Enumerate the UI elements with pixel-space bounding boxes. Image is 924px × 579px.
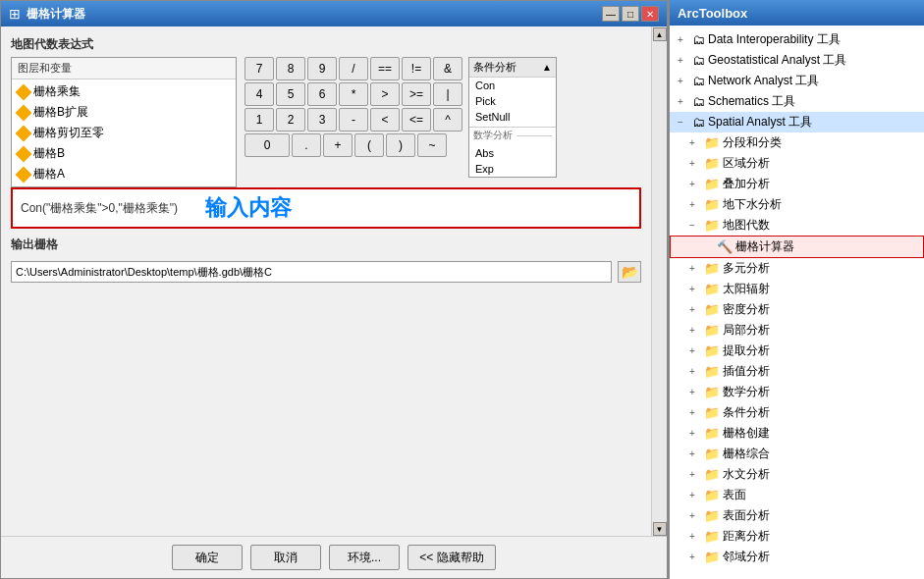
btn-div[interactable]: / <box>339 57 368 80</box>
btn-0[interactable]: 0 <box>245 133 290 157</box>
list-item[interactable]: 栅格B <box>14 143 234 164</box>
tree-item-raster-create[interactable]: + 📁 栅格创建 <box>670 423 924 444</box>
btn-and[interactable]: & <box>433 57 462 80</box>
list-item[interactable]: 栅格B扩展 <box>14 102 234 123</box>
btn-pow[interactable]: ^ <box>433 108 462 132</box>
tree-item-overlay[interactable]: + 📁 叠加分析 <box>670 174 924 194</box>
ok-button[interactable]: 确定 <box>172 545 243 570</box>
map-algebra-title: 地图代数表达式 <box>11 36 641 53</box>
tree-item-schematics[interactable]: + 🗂 Schematics 工具 <box>670 91 924 112</box>
main-dialog: ⊞ 栅格计算器 — □ ✕ 地图代数表达式 图层和变量 <box>0 0 668 579</box>
btn-lt[interactable]: < <box>370 108 400 132</box>
calc-top: 7 8 9 / == != & 4 <box>245 57 641 178</box>
tree-item-hydrology[interactable]: + 📁 水文分析 <box>670 464 924 485</box>
btn-gt[interactable]: > <box>370 82 400 106</box>
cancel-button[interactable]: 取消 <box>250 545 321 570</box>
tree-label: 密度分析 <box>723 301 770 318</box>
tree-item-conditional[interactable]: + 📁 条件分析 <box>670 402 924 423</box>
output-path-input[interactable] <box>11 261 612 283</box>
tree-item-local[interactable]: + 📁 局部分析 <box>670 320 924 341</box>
btn-9[interactable]: 9 <box>307 57 337 80</box>
browse-folder-button[interactable]: 📂 <box>618 261 641 283</box>
btn-add[interactable]: + <box>323 133 353 157</box>
tree-label: Data Interoperability 工具 <box>708 31 841 48</box>
folder-icon: 📁 <box>704 385 720 399</box>
main-scrollbar[interactable]: ▲ ▼ <box>651 26 667 536</box>
btn-sub[interactable]: - <box>339 108 368 132</box>
func-setnull[interactable]: SetNull <box>469 109 556 125</box>
func-pick[interactable]: Pick <box>469 93 556 109</box>
tree-item-solar[interactable]: + 📁 太阳辐射 <box>670 279 924 299</box>
tree-item-surface[interactable]: + 📁 表面 <box>670 485 924 505</box>
tree-item-regional[interactable]: + 📁 区域分析 <box>670 153 924 174</box>
tree-item-distance[interactable]: + 📁 距离分析 <box>670 526 924 547</box>
btn-gte[interactable]: >= <box>402 82 431 106</box>
tree-label: 栅格计算器 <box>735 238 794 255</box>
btn-mul[interactable]: * <box>339 82 368 106</box>
btn-3[interactable]: 3 <box>307 108 337 132</box>
expand-icon: + <box>689 158 701 169</box>
tree-item-extract[interactable]: + 📁 提取分析 <box>670 341 924 361</box>
tree-item-surface-analysis[interactable]: + 📁 表面分析 <box>670 505 924 526</box>
tree-item-network-analyst[interactable]: + 🗂 Network Analyst 工具 <box>670 71 924 91</box>
tree-label: 叠加分析 <box>723 176 770 192</box>
list-item[interactable]: 栅格A <box>14 164 234 184</box>
func-exp[interactable]: Exp <box>469 161 556 177</box>
expand-icon: + <box>689 137 701 148</box>
scroll-up-arrow[interactable]: ▲ <box>653 27 667 41</box>
btn-eq[interactable]: == <box>370 57 400 80</box>
tree-label: 水文分析 <box>723 466 770 483</box>
tree-label: 地图代数 <box>723 217 770 234</box>
btn-8[interactable]: 8 <box>276 57 305 80</box>
minimize-button[interactable]: — <box>602 6 620 22</box>
tree-item-data-interop[interactable]: + 🗂 Data Interoperability 工具 <box>670 29 924 50</box>
maximize-button[interactable]: □ <box>622 6 639 22</box>
folder-icon: 📁 <box>704 156 720 171</box>
expand-icon: − <box>689 220 701 231</box>
btn-1[interactable]: 1 <box>245 108 274 132</box>
tree-item-raster-calc[interactable]: 🔨 栅格计算器 <box>670 236 924 258</box>
scroll-down-arrow[interactable]: ▼ <box>653 522 667 536</box>
btn-dot[interactable]: . <box>292 133 321 157</box>
folder-icon: 📁 <box>704 405 720 420</box>
close-button[interactable]: ✕ <box>641 6 659 22</box>
tree-item-density[interactable]: + 📁 密度分析 <box>670 299 924 320</box>
btn-lparen[interactable]: ( <box>354 133 384 157</box>
tree-item-interpolate[interactable]: + 📁 插值分析 <box>670 361 924 382</box>
folder-icon: 📁 <box>704 197 720 212</box>
tree-item-groundwater[interactable]: + 📁 地下水分析 <box>670 194 924 215</box>
btn-2[interactable]: 2 <box>276 108 305 132</box>
list-item[interactable]: 栅格剪切至零 <box>14 123 234 143</box>
func-con[interactable]: Con <box>469 78 556 93</box>
btn-6[interactable]: 6 <box>307 82 337 106</box>
tree-label: 表面 <box>723 487 746 503</box>
tree-item-multivariate[interactable]: + 📁 多元分析 <box>670 258 924 279</box>
tree-item-classify[interactable]: + 📁 分段和分类 <box>670 132 924 153</box>
tree-item-spatial-analyst[interactable]: − 🗂 Spatial Analyst 工具 <box>670 112 924 132</box>
folder-icon: 📁 <box>704 323 720 338</box>
btn-rparen[interactable]: ) <box>386 133 415 157</box>
tree-item-math[interactable]: + 📁 数学分析 <box>670 382 924 402</box>
btn-neq[interactable]: != <box>402 57 431 80</box>
layer-label: 栅格A <box>33 166 65 183</box>
tree-item-map-algebra[interactable]: − 📁 地图代数 <box>670 215 924 236</box>
func-abs[interactable]: Abs <box>469 145 556 161</box>
tree-item-raster-general[interactable]: + 📁 栅格综合 <box>670 444 924 464</box>
btn-7[interactable]: 7 <box>245 57 274 80</box>
folder-icon: 📁 <box>704 364 720 379</box>
expand-icon: + <box>689 325 701 336</box>
btn-5[interactable]: 5 <box>276 82 305 106</box>
btn-lte[interactable]: <= <box>402 108 431 132</box>
tree-item-geostatistical[interactable]: + 🗂 Geostatistical Analyst 工具 <box>670 50 924 71</box>
tree-item-neighbor[interactable]: + 📁 邻域分析 <box>670 547 924 567</box>
btn-or[interactable]: | <box>433 82 462 106</box>
env-button[interactable]: 环境... <box>329 545 400 570</box>
arcToolbox-title: ArcToolbox <box>678 6 747 21</box>
btn-tilde[interactable]: ~ <box>417 133 447 157</box>
expand-icon: + <box>689 448 701 459</box>
list-item[interactable]: 栅格乘集 <box>14 81 234 102</box>
folder-icon: 📁 <box>704 343 720 358</box>
btn-4[interactable]: 4 <box>245 82 274 106</box>
hide-help-button[interactable]: << 隐藏帮助 <box>408 545 496 570</box>
expand-icon: + <box>689 179 701 189</box>
